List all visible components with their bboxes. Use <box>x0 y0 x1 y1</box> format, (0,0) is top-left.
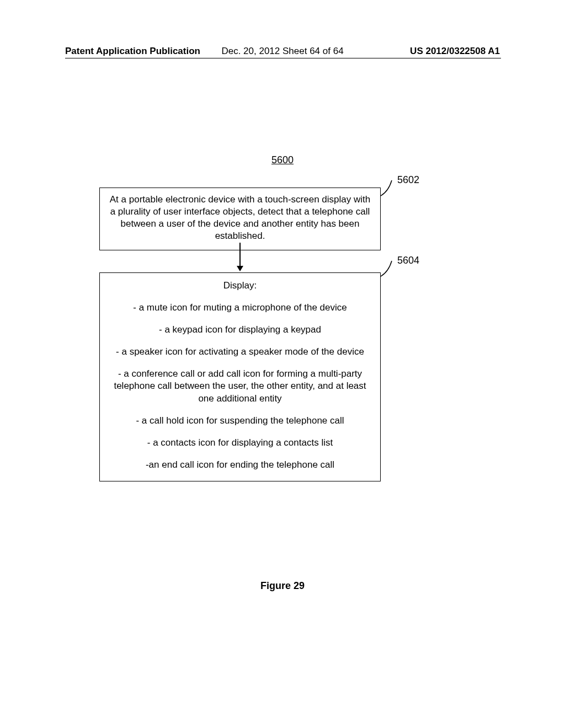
display-item: - a keypad icon for displaying a keypad <box>109 324 371 336</box>
flow-box-1-text: At a portable electronic device with a t… <box>110 194 370 241</box>
header-rule <box>65 58 501 58</box>
diagram-number: 5600 <box>271 154 294 166</box>
flow-arrow-head <box>237 266 243 271</box>
header-left: Patent Application Publication <box>65 46 200 57</box>
flow-arrow-line <box>239 243 241 269</box>
display-item: - a contacts icon for displaying a conta… <box>109 437 371 449</box>
leader-curve-1 <box>381 179 396 197</box>
display-item: - a call hold icon for suspending the te… <box>109 415 371 427</box>
leader-curve-2 <box>381 260 396 277</box>
flow-box-2: Display: - a mute icon for muting a micr… <box>99 272 381 481</box>
display-item: - a conference call or add call icon for… <box>109 368 371 404</box>
reference-number-2: 5604 <box>397 255 419 266</box>
page-header: Patent Application Publication Dec. 20, … <box>0 46 565 57</box>
display-item: -an end call icon for ending the telepho… <box>109 459 371 471</box>
header-center: Dec. 20, 2012 Sheet 64 of 64 <box>221 46 343 57</box>
display-item: - a speaker icon for activating a speake… <box>109 346 371 358</box>
figure-caption: Figure 29 <box>260 580 305 592</box>
flow-box-1: At a portable electronic device with a t… <box>99 188 381 250</box>
display-item: - a mute icon for muting a microphone of… <box>109 302 371 314</box>
flow-box-2-header: Display: <box>109 280 371 292</box>
reference-number-1: 5602 <box>397 174 419 186</box>
header-right: US 2012/0322508 A1 <box>410 46 500 57</box>
